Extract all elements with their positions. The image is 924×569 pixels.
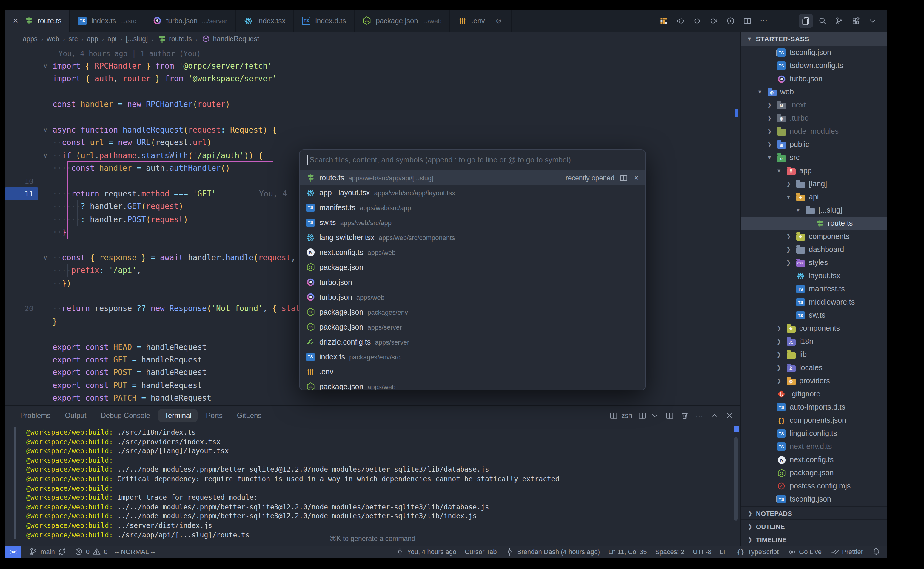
- activity-extensions-button[interactable]: [849, 14, 863, 28]
- tab-turbo.json[interactable]: turbo.json.../server: [145, 9, 236, 32]
- panel-more-actions-button[interactable]: ⋯: [695, 411, 704, 420]
- run-button[interactable]: [723, 14, 738, 28]
- quick-open-item-turbo.json[interactable]: turbo.json: [299, 275, 645, 289]
- tab-index.tsx[interactable]: index.tsx: [236, 9, 294, 32]
- tree-item-.gitignore[interactable]: .gitignore: [741, 388, 887, 401]
- status-utf-8[interactable]: UTF-8: [693, 548, 711, 555]
- breadcrumb-item-handleRequest[interactable]: handleRequest: [201, 34, 259, 44]
- tree-item-sw.ts[interactable]: TSsw.ts: [741, 309, 887, 322]
- sidebar-section-outline[interactable]: ❯OUTLINE: [741, 519, 887, 532]
- tree-item-styles[interactable]: ❯CSSstyles: [741, 256, 887, 269]
- status-spaces-2[interactable]: Spaces: 2: [655, 548, 684, 555]
- maximize-panel-button[interactable]: [710, 411, 719, 420]
- status-prettier[interactable]: Prettier: [830, 547, 863, 557]
- code-line[interactable]: [5, 111, 740, 123]
- breadcrumb-item-apps[interactable]: apps: [23, 35, 38, 43]
- quick-open-item-drizzle.config.ts[interactable]: drizzle.config.tsapps/server: [299, 334, 645, 349]
- status-typescript[interactable]: {}TypeScript: [736, 547, 779, 557]
- fold-chevron-icon[interactable]: ∨: [38, 63, 53, 69]
- status-cursor-tab[interactable]: Cursor Tab: [465, 548, 497, 555]
- tab-package.json[interactable]: JSpackage.json.../web: [354, 9, 450, 32]
- tree-item-.turbo[interactable]: ❯◉.turbo: [741, 112, 887, 125]
- breadcrumb-item-app[interactable]: app: [87, 35, 98, 43]
- sidebar-section-notepads[interactable]: ❯NOTEPADS: [741, 506, 887, 519]
- tree-item-[lang][interactable]: ❯[lang]: [741, 177, 887, 190]
- activity-source-control-button[interactable]: [832, 14, 846, 28]
- tree-item-.next[interactable]: ❯N.next: [741, 99, 887, 112]
- fold-chevron-icon[interactable]: ∨: [38, 254, 53, 261]
- quick-open-item-package.json[interactable]: JSpackage.jsonpackages/env: [299, 304, 645, 319]
- quick-open-item-package.json[interactable]: JSpackage.json: [299, 260, 645, 275]
- result-close-icon[interactable]: ✕: [634, 173, 639, 182]
- tab-index.d.ts[interactable]: TSindex.d.ts: [294, 9, 354, 32]
- grid-orange-button[interactable]: [657, 14, 671, 28]
- status-problems[interactable]: 00: [74, 547, 108, 557]
- tree-item-package.json[interactable]: JSpackage.json: [741, 466, 887, 479]
- status-you-4-hours-ago[interactable]: You, 4 hours ago: [395, 547, 457, 557]
- code-line[interactable]: ∨import { RPCHandler } from '@orpc/serve…: [5, 60, 740, 73]
- terminal-scrollbar[interactable]: [734, 437, 738, 520]
- tree-item-auto-imports.d.ts[interactable]: TSauto-imports.d.ts: [741, 401, 887, 414]
- fold-chevron-icon[interactable]: ∨: [38, 126, 53, 133]
- quick-open-item-app - layout.tsx[interactable]: app - layout.tsxapps/web/src/app/layout.…: [299, 185, 645, 200]
- quick-open-item-turbo.json[interactable]: turbo.jsonapps/web: [299, 289, 645, 304]
- kill-terminal-button[interactable]: [680, 411, 689, 420]
- remote-indicator[interactable]: ><: [5, 546, 21, 558]
- new-terminal-button[interactable]: [637, 411, 660, 420]
- tree-item-lib[interactable]: ❯lib: [741, 348, 887, 361]
- tree-item-middleware.ts[interactable]: TSmiddleware.ts: [741, 295, 887, 309]
- tree-item-src[interactable]: ▼‹›src: [741, 151, 887, 164]
- split-terminal-button[interactable]: [665, 411, 675, 420]
- tree-item-i18n[interactable]: ❯文i18n: [741, 335, 887, 348]
- status-branch[interactable]: main: [29, 547, 67, 557]
- quick-open-item-package.json[interactable]: JSpackage.jsonapps/web: [299, 379, 645, 391]
- status-go-live[interactable]: Go Live: [787, 547, 822, 557]
- tree-item-tsconfig.json[interactable]: TStsconfig.json: [741, 46, 887, 59]
- code-line[interactable]: const handler = new RPCHandler(router): [5, 98, 740, 111]
- quick-open-item-lang-switcher.tsx[interactable]: lang-switcher.tsxapps/web/src/components: [299, 230, 645, 245]
- quick-open-item-index.ts[interactable]: TSindex.tspackages/env/src: [299, 349, 645, 364]
- terminal-instance[interactable]: zsh: [609, 411, 632, 420]
- activity-files-button[interactable]: [799, 14, 813, 28]
- activity-search-button[interactable]: [815, 14, 830, 28]
- nav-circle-button[interactable]: [690, 14, 704, 28]
- more-button[interactable]: ⋯: [757, 14, 771, 28]
- tree-item-postcss.config.mjs[interactable]: postcss.config.mjs: [741, 479, 887, 493]
- close-panel-button[interactable]: [725, 411, 734, 420]
- sidebar-section-timeline[interactable]: ❯TIMELINE: [741, 532, 887, 546]
- tree-item-components[interactable]: ❯❖components: [741, 322, 887, 335]
- code-line[interactable]: import { auth, router } from '@workspace…: [5, 73, 740, 85]
- breadcrumb-item-src[interactable]: src: [68, 35, 78, 43]
- breadcrumb-item-web[interactable]: web: [47, 35, 59, 43]
- split-editor-icon[interactable]: [620, 173, 628, 183]
- tree-item-tsdown.config.ts[interactable]: TStsdown.config.ts: [741, 59, 887, 72]
- fold-chevron-icon[interactable]: ∨: [38, 152, 53, 159]
- code-line[interactable]: ∨async function handleRequest(request: R…: [5, 123, 740, 137]
- tree-item-next.config.ts[interactable]: Nnext.config.ts: [741, 453, 887, 466]
- status-text[interactable]: -- NORMAL --: [115, 548, 155, 555]
- status-ln-11-col-35[interactable]: Ln 11, Col 35: [608, 548, 647, 555]
- tree-item-public[interactable]: ❯⊕public: [741, 138, 887, 151]
- nav-forward-button[interactable]: [707, 14, 721, 28]
- breadcrumb-item-route.ts[interactable]: route.ts: [157, 34, 192, 44]
- panel-tab-ports[interactable]: Ports: [200, 409, 229, 422]
- quick-open-item-sw.ts[interactable]: TSsw.tsapps/web/src/app: [299, 215, 645, 230]
- tab-close-icon[interactable]: ✕: [12, 17, 18, 25]
- tree-item-[...slug][interactable]: ▼[...slug]: [741, 204, 887, 217]
- explorer-header[interactable]: ▼ STARTER-SASS: [741, 32, 887, 46]
- panel-tab-output[interactable]: Output: [59, 409, 92, 422]
- quick-open-input[interactable]: Search files, content, and symbols (appe…: [299, 150, 645, 170]
- quick-open-item-.env[interactable]: .env: [299, 364, 645, 379]
- tree-item-tsconfig.json[interactable]: TStsconfig.json: [741, 493, 887, 506]
- tab-route.ts[interactable]: ✕route.ts: [5, 9, 70, 32]
- tree-item-app[interactable]: ▼⠿app: [741, 164, 887, 177]
- tree-item-api[interactable]: ▼+api: [741, 190, 887, 204]
- tree-item-dashboard[interactable]: ❯dashboard: [741, 243, 887, 256]
- breadcrumb-item-[...slug][interactable]: [...slug]: [126, 35, 148, 43]
- panel-tab-debug-console[interactable]: Debug Console: [94, 409, 156, 422]
- tree-item-locales[interactable]: ❯文locales: [741, 361, 887, 374]
- tab-index.ts[interactable]: TSindex.ts.../src: [70, 9, 145, 32]
- tree-item-web[interactable]: ▼⊕web: [741, 85, 887, 99]
- status-brendan-dash-4-hours-ago-[interactable]: Brendan Dash (4 hours ago): [505, 547, 600, 557]
- quick-open-item-manifest.ts[interactable]: TSmanifest.tsapps/web/src/app: [299, 200, 645, 215]
